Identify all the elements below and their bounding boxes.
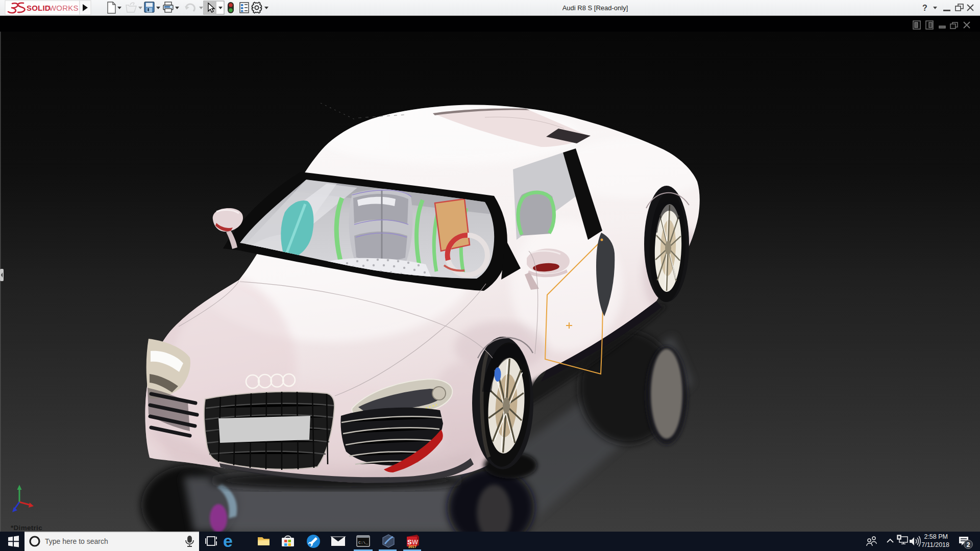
svg-text:7/11/2018: 7/11/2018 [921,541,949,548]
svg-text:C:\_: C:\_ [358,540,368,545]
svg-text:2:58 PM: 2:58 PM [924,533,948,540]
svg-text:2: 2 [967,541,970,548]
svg-text:Type here to search: Type here to search [45,537,108,545]
svg-text:WORKS: WORKS [49,4,79,12]
svg-text:Audi R8 S [Read-only]: Audi R8 S [Read-only] [562,4,628,12]
svg-text:SOLID: SOLID [27,4,51,12]
svg-text:*Dimetric: *Dimetric [11,524,42,532]
svg-text:?: ? [922,4,927,12]
svg-text:e: e [223,532,233,550]
svg-text:2017: 2017 [408,545,416,548]
